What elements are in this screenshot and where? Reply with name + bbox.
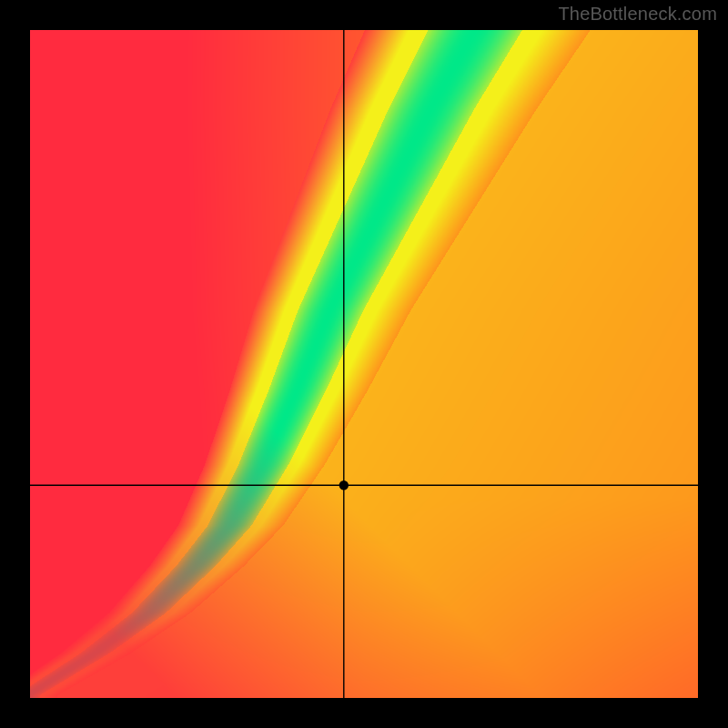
attribution-label: TheBottleneck.com [558,4,717,25]
bottleneck-heatmap [0,0,728,728]
